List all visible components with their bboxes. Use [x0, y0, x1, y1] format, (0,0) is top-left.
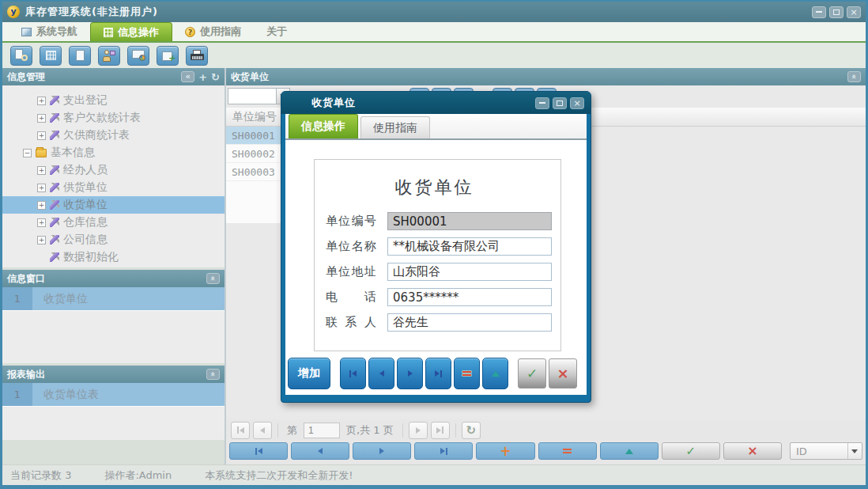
dialog-tab-info-operation[interactable]: 信息操作 — [289, 114, 358, 138]
expand-icon[interactable]: + — [37, 184, 46, 192]
phone-field[interactable] — [387, 288, 552, 306]
dialog-title-bar[interactable]: 收货单位 × — [281, 92, 591, 114]
document-button[interactable] — [69, 46, 91, 66]
app-toolbar: + — [2, 43, 866, 68]
check-icon: ✓ — [526, 367, 538, 381]
tree-item-supplier-unit[interactable]: + 供货单位 — [2, 179, 225, 196]
add-record-button[interactable]: + — [476, 442, 534, 460]
window-icon — [21, 28, 32, 36]
field-label-unit-name: 单位名称 — [326, 239, 376, 254]
tree-item-handler-staff[interactable]: + 经办人员 — [2, 161, 225, 179]
title-bar: y 库存管理系统(非注册用户) × — [2, 2, 866, 22]
printer-button[interactable] — [186, 46, 208, 66]
collapse-up-icon[interactable]: « — [206, 369, 220, 380]
expand-icon[interactable]: + — [37, 131, 46, 140]
expand-icon[interactable]: + — [37, 218, 46, 227]
prev-record-button[interactable] — [291, 442, 349, 460]
next-record-button[interactable] — [353, 442, 411, 460]
unit-code-field[interactable] — [387, 212, 552, 230]
cancel-button[interactable]: × — [549, 358, 577, 389]
tree-item-receiving-unit[interactable]: + 收货单位 — [2, 196, 225, 214]
delete-record-button[interactable] — [454, 358, 480, 389]
first-record-button[interactable] — [229, 442, 288, 460]
close-button[interactable]: × — [847, 6, 861, 18]
expand-icon[interactable]: + — [37, 97, 46, 105]
unit-address-field[interactable] — [387, 263, 552, 281]
search-preview-button[interactable] — [10, 46, 32, 66]
next-record-button[interactable] — [397, 358, 423, 389]
node-icon — [50, 96, 59, 105]
contact-field[interactable] — [387, 313, 552, 332]
prev-page-button[interactable] — [253, 422, 272, 439]
save-button[interactable]: ✓ — [518, 358, 546, 389]
collapse-icon[interactable]: − — [23, 149, 32, 157]
tree-item-data-init[interactable]: 数据初始化 — [2, 248, 225, 266]
app-window: y 库存管理系统(非注册用户) × 系统导航 信息操作 ? 使用指南 关于 — [0, 0, 868, 489]
last-page-button[interactable] — [431, 422, 450, 439]
dialog-title: 收货单位 — [311, 96, 356, 110]
expand-icon[interactable]: + — [37, 166, 46, 175]
next-page-button[interactable] — [409, 422, 428, 439]
table-view-button[interactable] — [40, 46, 62, 66]
confirm-button[interactable]: ✓ — [662, 442, 720, 460]
tab-about[interactable]: 关于 — [254, 22, 300, 41]
expand-icon[interactable]: + — [37, 201, 46, 210]
edit-triangle-icon — [625, 449, 633, 454]
tab-system-nav[interactable]: 系统导航 — [9, 22, 90, 41]
tree-item-company-info[interactable]: + 公司信息 — [2, 231, 225, 248]
maximize-button[interactable] — [829, 6, 843, 18]
page-number-input[interactable] — [304, 423, 340, 438]
dialog-minimize-button[interactable] — [535, 97, 549, 109]
check-icon: ✓ — [686, 445, 696, 457]
delete-record-button[interactable] — [538, 442, 597, 460]
table-row[interactable]: SH00001 — [226, 127, 284, 145]
list-item[interactable]: 1 收货单位 — [2, 287, 225, 311]
last-record-button[interactable] — [425, 358, 451, 389]
tree-item-customer-debt-report[interactable]: + 客户欠款统计表 — [2, 109, 225, 127]
field-label-unit-address: 单位地址 — [326, 264, 376, 279]
field-label-unit-code: 单位编号 — [326, 214, 376, 229]
tab-info-operation[interactable]: 信息操作 — [90, 22, 172, 41]
collapse-up-icon[interactable]: « — [847, 71, 861, 82]
list-item[interactable]: 1 收货单位表 — [2, 383, 225, 407]
dialog-tab-user-guide[interactable]: 使用指南 — [360, 116, 430, 138]
tree-item-warehouse-info[interactable]: + 仓库信息 — [2, 214, 225, 231]
filter-input[interactable] — [228, 88, 277, 104]
export-add-button[interactable]: + — [157, 46, 179, 66]
add-icon[interactable]: + — [198, 72, 207, 82]
refresh-button[interactable]: ↻ — [462, 422, 481, 439]
minimize-button[interactable] — [812, 6, 826, 18]
prev-record-button[interactable] — [368, 358, 394, 389]
dialog-close-button[interactable]: × — [570, 97, 584, 109]
first-record-button[interactable] — [340, 358, 366, 389]
edit-record-button[interactable] — [600, 442, 659, 460]
add-button[interactable]: 增加 — [288, 358, 330, 389]
monitor-report-button[interactable] — [127, 46, 149, 66]
unit-name-field[interactable] — [387, 237, 552, 256]
minus-icon — [563, 449, 572, 453]
field-label-contact: 联 系 人 — [326, 315, 376, 330]
sort-field-select[interactable]: ID — [790, 442, 862, 460]
page-prefix-label: 第 — [287, 423, 297, 438]
first-page-button[interactable] — [231, 422, 250, 439]
expand-icon[interactable]: + — [37, 236, 46, 244]
node-icon — [50, 200, 59, 210]
expand-icon[interactable]: + — [37, 114, 46, 123]
record-count-label: 当前记录数 3 — [10, 468, 71, 483]
edit-record-button[interactable] — [482, 358, 508, 389]
refresh-icon[interactable]: ↻ — [211, 72, 220, 82]
status-message: 本系统支持二次开发和全新开发! — [205, 468, 353, 483]
cancel-button[interactable]: × — [723, 442, 782, 460]
collapse-left-icon[interactable]: « — [181, 71, 194, 82]
tree-item-supplier-debt-report[interactable]: + 欠供商统计表 — [2, 127, 225, 144]
table-row[interactable]: SH00003 — [226, 163, 284, 181]
table-row[interactable]: SH00002 — [226, 145, 284, 163]
dialog-maximize-button[interactable] — [553, 97, 567, 109]
node-icon — [50, 235, 59, 244]
last-record-button[interactable] — [414, 442, 473, 460]
user-button[interactable] — [98, 46, 120, 66]
tree-item-basic-info[interactable]: − 基本信息 — [2, 144, 225, 161]
tab-user-guide[interactable]: ? 使用指南 — [172, 22, 254, 41]
collapse-up-icon[interactable]: « — [206, 273, 220, 284]
tree-item-expense-register[interactable]: + 支出登记 — [2, 92, 225, 109]
